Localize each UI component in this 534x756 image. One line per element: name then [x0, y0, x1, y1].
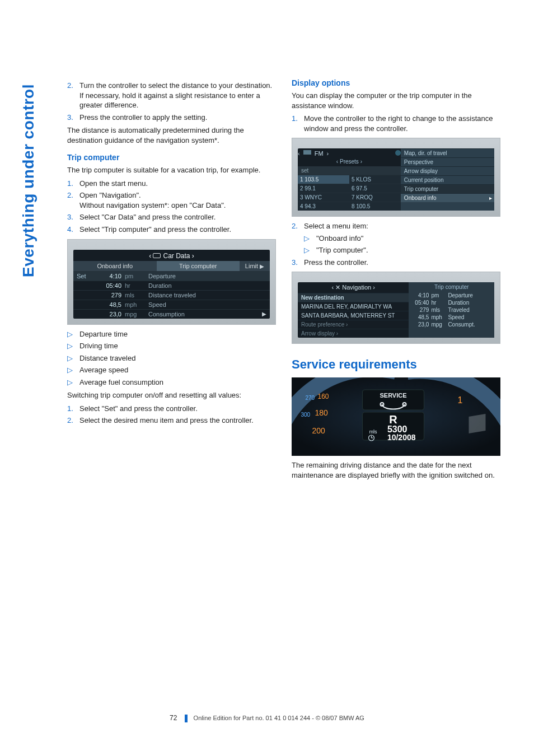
value: 05:40 — [97, 282, 121, 289]
menu-item[interactable]: Arrow display — [401, 166, 494, 175]
bullet-text: "Trip computer". — [316, 245, 368, 255]
label: Departure — [148, 273, 266, 279]
svg-text:270: 270 — [306, 395, 315, 401]
menu-item[interactable]: Map, dir. of travel — [401, 148, 494, 157]
nav-new-destination[interactable]: New destination — [298, 293, 409, 302]
nav-title: ‹ ✕ Navigation › — [298, 282, 409, 293]
svg-text:180: 180 — [315, 408, 329, 417]
step-text: Select "Trip computer" and press the con… — [79, 225, 231, 235]
preset-cell[interactable]: 3 WNYC — [298, 193, 349, 202]
unit: mpg — [431, 321, 446, 328]
preset-cell[interactable]: 4 94.3 — [298, 202, 349, 211]
preset-cell[interactable]: 2 99.1 — [298, 184, 349, 193]
triangle-bullet-icon: ▷ — [304, 234, 316, 244]
subheading-display-options: Display options — [292, 78, 500, 87]
label: Consumpt. — [448, 321, 491, 328]
page-footer: 72 Online Edition for Part no. 01 41 0 0… — [0, 714, 534, 722]
nav-route-preference[interactable]: Route preference › — [298, 320, 409, 329]
step-text: Select "Car Data" and press the controll… — [79, 212, 216, 222]
heading-service-requirements: Service requirements — [292, 357, 500, 372]
screenshot-car-data: ‹ Car Data › Onboard info Trip computer … — [67, 239, 276, 325]
left-column: 2.Turn the controller to select the dist… — [67, 78, 276, 483]
svg-text:10/2008: 10/2008 — [387, 433, 416, 442]
footer-bar-icon — [185, 715, 188, 722]
label: Distance traveled — [148, 292, 266, 298]
step-text: Turn the controller to select the distan… — [79, 81, 276, 110]
bullet-text: Average speed — [79, 365, 128, 375]
menu-item[interactable]: Perspective — [401, 157, 494, 166]
triangle-bullet-icon: ▷ — [67, 329, 79, 339]
preset-cell[interactable]: 8 100.5 — [349, 202, 401, 211]
svg-text:200: 200 — [312, 426, 326, 435]
footer-text: Online Edition for Part no. 01 41 0 014 … — [194, 715, 364, 721]
svg-text:300: 300 — [301, 412, 311, 418]
triangle-bullet-icon: ▷ — [67, 377, 79, 388]
chevron-right-icon: ▶ — [260, 263, 264, 269]
value: 279 — [412, 307, 429, 313]
preset-cell[interactable]: 6 97.5 — [349, 184, 401, 193]
label: Duration — [448, 300, 491, 306]
bullet-text: "Onboard info" — [316, 234, 363, 244]
set-label: set — [298, 166, 401, 175]
body-text: Switching trip computer on/off and reset… — [67, 390, 276, 400]
value: 23,0 — [412, 321, 429, 328]
tab-trip-computer[interactable]: Trip computer — [157, 261, 240, 271]
label: Speed — [148, 301, 266, 308]
preset-cell[interactable]: 5 KLOS — [349, 175, 401, 184]
right-column: Display options You can display the comp… — [292, 78, 500, 483]
set-label[interactable]: Set — [77, 273, 93, 279]
nav-arrow-display[interactable]: Arrow display › — [298, 329, 409, 338]
svg-text:SERVICE: SERVICE — [380, 392, 406, 399]
step-text: Move the controller to the right to chan… — [304, 114, 500, 133]
list-number: 3. — [67, 113, 79, 123]
svg-text:1: 1 — [458, 395, 463, 405]
nav-destination[interactable]: SANTA BARBARA, MONTERREY ST — [298, 311, 409, 320]
radio-icon — [303, 150, 311, 155]
subheading-trip-computer: Trip computer — [67, 153, 276, 162]
svg-marker-18 — [469, 414, 486, 433]
list-number: 1. — [67, 404, 79, 414]
value: 4:10 — [97, 273, 121, 279]
triangle-bullet-icon: ▷ — [304, 245, 316, 255]
label: Traveled — [448, 307, 491, 313]
instrument-cluster-image: 270 160 300 180 200 1 SERVICE R mls — [292, 377, 500, 456]
screenshot-navigation: ‹ ✕ Navigation › New destination MARINA … — [292, 272, 500, 344]
chevron-right-icon: ▶ — [262, 311, 266, 317]
preset-cell[interactable]: 7 KROQ — [349, 193, 401, 202]
value: 279 — [97, 292, 121, 298]
value: 23,0 — [97, 311, 121, 318]
menu-item[interactable]: Current position — [401, 175, 494, 184]
value: 48,5 — [412, 314, 429, 320]
menu-item-selected[interactable]: Onboard info — [401, 193, 494, 202]
step-text: Press the controller to apply the settin… — [79, 113, 207, 123]
body-text: The remaining driving distance and the d… — [292, 460, 500, 480]
value: 05:40 — [412, 300, 429, 306]
list-number: 2. — [67, 190, 79, 210]
svg-text:mls: mls — [369, 429, 377, 435]
nav-destination[interactable]: MARINA DEL REY, ADMIRALTY WA — [298, 302, 409, 311]
list-number: 2. — [67, 81, 79, 110]
step-text: Select "Set" and press the controller. — [79, 404, 198, 414]
preset-cell[interactable]: 1 103.5 — [298, 175, 349, 184]
step-text: Select the desired menu item and press t… — [79, 416, 254, 426]
triangle-bullet-icon: ▷ — [67, 365, 79, 375]
bullet-text: Average fuel consumption — [79, 377, 163, 388]
list-number: 4. — [67, 225, 79, 235]
tab-limit[interactable]: Limit ▶ — [240, 261, 270, 271]
body-text: You can display the computer or the trip… — [292, 91, 500, 110]
list-number: 2. — [292, 221, 304, 231]
nav-right-title: Trip computer — [409, 282, 494, 292]
radio-presets[interactable]: ‹ Presets › — [298, 158, 401, 166]
tab-onboard-info[interactable]: Onboard info — [73, 261, 157, 271]
body-text: The trip computer is suitable for a vaca… — [67, 165, 276, 175]
body-text: The distance is automatically predetermi… — [67, 125, 276, 145]
svg-text:R: R — [389, 413, 397, 426]
unit: mls — [125, 292, 145, 298]
unit: mph — [431, 314, 446, 320]
menu-item[interactable]: Trip computer — [401, 184, 494, 193]
label: Duration — [148, 282, 266, 289]
screenshot-assistance-window: ‹ FM › ‹ Presets › set 1 103.5 5 KLOS 2 … — [292, 138, 500, 217]
unit: mph — [125, 301, 145, 308]
list-number: 1. — [292, 114, 304, 133]
label: Speed — [448, 314, 491, 320]
